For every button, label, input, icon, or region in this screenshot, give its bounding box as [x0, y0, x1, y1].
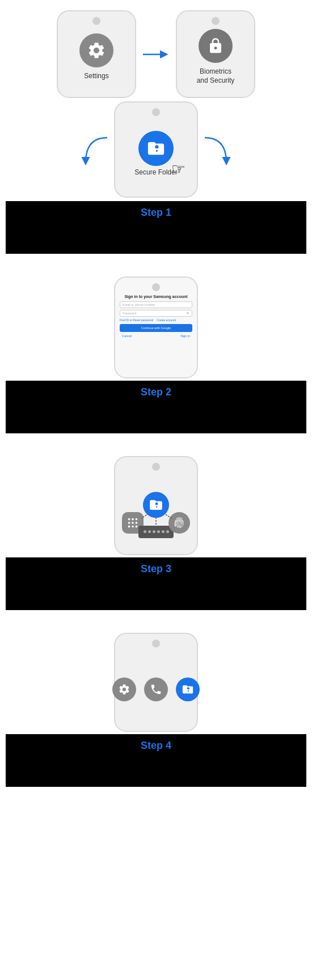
signin-phone-notch — [152, 283, 160, 291]
step1-desc — [6, 223, 306, 254]
step4-desc — [6, 756, 306, 787]
signin-email-field: Email or phone number — [120, 301, 192, 308]
home-icons-row — [112, 678, 200, 701]
phone-locksetup — [114, 456, 198, 555]
ls-center-icon — [143, 492, 169, 518]
google-signin-button[interactable]: Continue with Google — [120, 324, 192, 332]
fingerprint-icon — [173, 517, 185, 529]
signin-button[interactable]: Sign in — [180, 334, 190, 338]
curved-arrow-left — [74, 130, 114, 169]
svg-point-7 — [128, 522, 130, 524]
secure-folder-icon — [138, 131, 174, 166]
ls-pin-bar — [138, 526, 174, 538]
step1-label: Step 1 — [6, 201, 306, 223]
home-phone-notch — [152, 640, 160, 647]
settings-label: Settings — [84, 72, 108, 81]
signin-email-placeholder: Email or phone number — [123, 303, 155, 306]
signin-actions: Cancel Sign in — [120, 334, 192, 338]
svg-point-6 — [136, 518, 138, 520]
svg-point-9 — [136, 522, 138, 524]
folder-lock-icon — [146, 139, 166, 158]
locksetup-notch — [152, 463, 160, 471]
signin-password-field: Password 👁 — [120, 310, 192, 317]
locksetup-diagram — [122, 476, 190, 538]
pattern-grid-icon — [127, 517, 139, 529]
svg-point-12 — [136, 525, 138, 527]
settings-gear-icon — [118, 683, 130, 696]
step3-desc — [6, 580, 306, 610]
step1-middle-row: Secure Folder ☞ — [6, 101, 306, 198]
step3-label: Step 3 — [6, 557, 306, 580]
find-id-link[interactable]: Find ID or Reset password — [120, 318, 153, 322]
phone-notch — [92, 17, 100, 25]
create-account-link[interactable]: Create account — [157, 318, 176, 322]
phone-call-icon — [150, 683, 162, 696]
step2-desc — [6, 403, 306, 433]
lock-icon-circle — [199, 29, 233, 63]
dot2 — [148, 530, 151, 533]
step2-section: Sign in to your Samsung account Email or… — [0, 266, 312, 433]
phone-settings: Settings — [57, 10, 136, 98]
step1-top-row: Settings Biometrics and Sec — [6, 10, 306, 98]
hand-tap-icon: ☞ — [171, 160, 185, 178]
gap4 — [0, 787, 312, 799]
dot6 — [166, 530, 169, 533]
ls-fingerprint-icon — [168, 512, 190, 534]
step4-section: Step 4 — [0, 623, 312, 787]
dot1 — [144, 530, 146, 533]
home-secure-folder-icon — [176, 678, 200, 701]
gap1 — [0, 254, 312, 266]
home-phone-icon — [144, 678, 168, 701]
phone-notch-2 — [212, 17, 220, 25]
step3-section: Step 3 — [0, 446, 312, 610]
curved-arrow-right-icon — [198, 135, 232, 169]
ls-folder-icon — [149, 497, 163, 512]
pin-dots — [144, 530, 169, 533]
svg-point-10 — [128, 525, 130, 527]
phone-signin: Sign in to your Samsung account Email or… — [114, 276, 198, 378]
phone-biometrics: Biometrics and Security — [176, 10, 255, 98]
eye-icon: 👁 — [186, 312, 189, 315]
google-btn-label: Continue with Google — [141, 326, 171, 330]
dot3 — [153, 530, 155, 533]
svg-point-4 — [128, 518, 130, 520]
settings-icon-circle — [79, 33, 113, 67]
signin-password-placeholder: Password — [123, 312, 136, 315]
secure-folder-home-icon — [182, 683, 194, 696]
curved-arrow-right — [198, 130, 238, 169]
gap2 — [0, 433, 312, 446]
right-arrow — [136, 46, 176, 62]
svg-point-5 — [132, 518, 134, 520]
gap3 — [0, 610, 312, 623]
svg-point-11 — [132, 525, 134, 527]
gear-icon — [87, 41, 106, 60]
arrow-icon — [141, 46, 172, 62]
lock-icon — [207, 37, 224, 54]
biometrics-label: Biometrics and Security — [197, 67, 235, 85]
dot5 — [162, 530, 165, 533]
home-settings-icon — [112, 678, 136, 701]
phone-notch-3 — [152, 108, 160, 116]
signin-title: Sign in to your Samsung account — [120, 295, 192, 299]
step1-section: Settings Biometrics and Sec — [0, 0, 312, 254]
step4-label: Step 4 — [6, 734, 306, 756]
phone-secure-folder: Secure Folder ☞ — [114, 101, 198, 198]
phone-home — [114, 633, 198, 732]
cancel-button[interactable]: Cancel — [122, 334, 132, 338]
curved-arrow-left-icon — [80, 135, 114, 169]
dot4 — [157, 530, 160, 533]
signin-links: Find ID or Reset password Create account — [120, 318, 192, 322]
svg-point-8 — [132, 522, 134, 524]
step2-label: Step 2 — [6, 381, 306, 403]
